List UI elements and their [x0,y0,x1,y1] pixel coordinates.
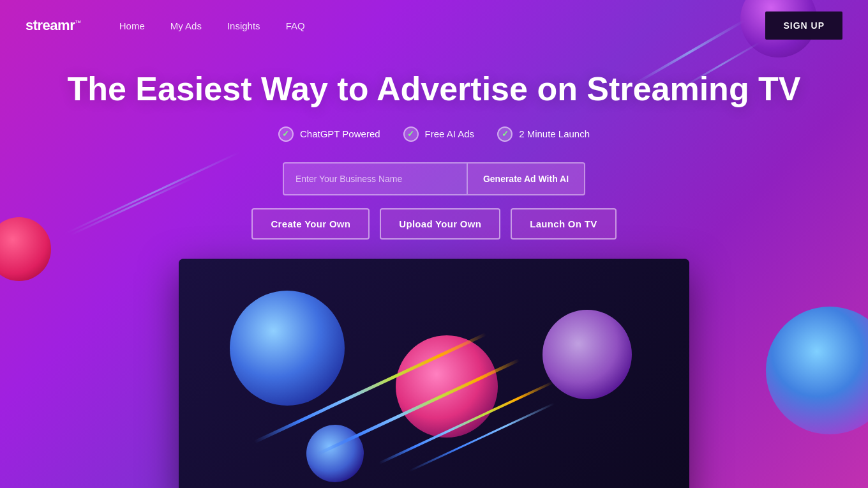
signup-button[interactable]: SIGN UP [765,11,842,40]
tv-sphere-blue [230,291,345,406]
tv-sphere-purple [542,310,632,399]
tv-sphere-small [306,425,364,482]
nav-home[interactable]: Home [119,20,145,31]
hero-section: The Easiest Way to Advertise on Streamin… [0,51,868,240]
input-row: Generate Ad With AI [0,162,868,195]
create-your-own-button[interactable]: Create Your Own [251,208,370,240]
launch-on-tv-button[interactable]: Launch On TV [511,208,616,240]
business-name-input[interactable] [283,162,468,195]
hero-title: The Easiest Way to Advertise on Streamin… [0,70,868,109]
feature-2min: 2 Minute Launch [497,126,590,142]
nav-my-ads[interactable]: My Ads [170,20,202,31]
navigation: streamr™ Home My Ads Insights FAQ SIGN U… [0,0,868,51]
generate-button[interactable]: Generate Ad With AI [468,162,585,195]
feature-free-ai: Free AI Ads [403,126,475,142]
check-icon-chatgpt [278,126,294,142]
check-icon-2min [497,126,513,142]
tv-interior [179,259,689,488]
feature-chatgpt-label: ChatGPT Powered [300,128,380,139]
check-icon-free-ai [403,126,419,142]
nav-insights[interactable]: Insights [227,20,260,31]
orb-right-large [766,307,868,434]
logo: streamr™ [26,17,81,34]
nav-links: Home My Ads Insights FAQ [119,20,740,31]
feature-free-ai-label: Free AI Ads [425,128,475,139]
feature-2min-label: 2 Minute Launch [519,128,590,139]
action-buttons-row: Create Your Own Upload Your Own Launch O… [0,208,868,240]
tv-screen-preview [179,259,689,488]
feature-chatgpt: ChatGPT Powered [278,126,380,142]
features-row: ChatGPT Powered Free AI Ads 2 Minute Lau… [0,126,868,142]
nav-faq[interactable]: FAQ [286,20,305,31]
upload-your-own-button[interactable]: Upload Your Own [380,208,500,240]
